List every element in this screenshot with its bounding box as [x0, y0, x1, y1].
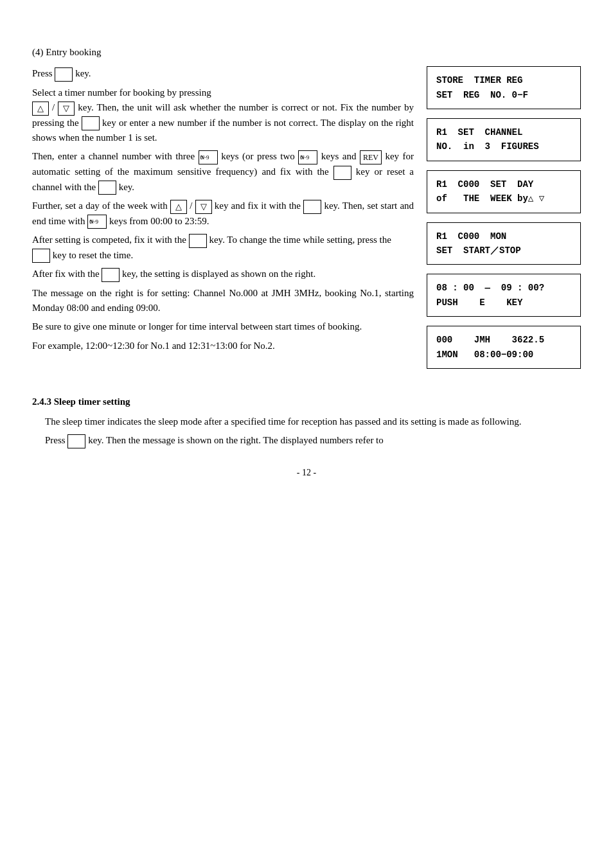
- box4-line2: SET START／STOP: [436, 244, 571, 258]
- para5: After setting is competed, fix it with t…: [32, 233, 414, 263]
- arrow-down-key: ▽: [58, 102, 75, 116]
- para6-end: key, the setting is displayed as shown o…: [122, 269, 315, 279]
- box6-line2: 1MON 08:00−09:00: [436, 348, 571, 362]
- display-box-2: R1 SET CHANNEL NO. in 3 FIGURES: [427, 118, 581, 161]
- display-box-5: 08 : 00 — 09 : 00? PUSH E KEY: [427, 274, 581, 317]
- left-col: Press key. Select a timer number for boo…: [32, 66, 414, 357]
- blank-key-sleep: [67, 434, 85, 448]
- para8: Be sure to give one minute or longer for…: [32, 319, 414, 334]
- right-col: STORE TIMER REG SET REG NO. 0−F R1 SET C…: [427, 66, 581, 369]
- para4: Further, set a day of the week with △ / …: [32, 199, 414, 229]
- sleep-timer-heading: 2.4.3 Sleep timer setting: [32, 394, 581, 409]
- entry-booking-section: (4) Entry booking Press key. Select a ti…: [32, 45, 581, 369]
- para4-mid: key and fix it with the: [215, 200, 301, 211]
- sleep-para1: The sleep timer indicates the sleep mode…: [45, 414, 581, 429]
- box6-line1: 000 JMH 3622.5: [436, 333, 571, 347]
- n-key-1: N 0~9: [199, 150, 218, 164]
- display-box-6: 000 JMH 3622.5 1MON 08:00−09:00: [427, 326, 581, 369]
- para1-suffix: key.: [75, 68, 91, 78]
- para7: The message on the right is for setting:…: [32, 286, 414, 316]
- para1-prefix: Press: [32, 68, 53, 78]
- n-key-2: N 0~9: [298, 150, 317, 164]
- box5-line2: PUSH E KEY: [436, 296, 571, 310]
- sleep-timer-section: 2.4.3 Sleep timer setting The sleep time…: [32, 394, 581, 448]
- blank-key-6: [189, 234, 207, 248]
- down-arrow-box2: ▽: [195, 200, 212, 214]
- para2: Select a timer number for booking by pre…: [32, 85, 414, 146]
- sleep-para2-suffix: key. Then the message is shown on the ri…: [88, 435, 384, 445]
- display-box-1: STORE TIMER REG SET REG NO. 0−F: [427, 66, 581, 109]
- up-arrow-box2: △: [170, 200, 187, 214]
- section-heading: (4) Entry booking: [32, 45, 581, 60]
- para5-end: key. To change the time while setting, p…: [209, 235, 391, 245]
- blank-key-2: [82, 116, 100, 130]
- box4-line1: R1 C000 MON: [436, 229, 571, 244]
- blank-key-3: [333, 166, 351, 180]
- main-layout: Press key. Select a timer number for boo…: [32, 66, 581, 369]
- arrow-up-key: △: [32, 102, 49, 116]
- box3-line2: of THE WEEK by△ ▽: [436, 191, 571, 206]
- para6-prefix: After fix with the: [32, 269, 100, 279]
- para2-text: Select a timer number for booking by pre…: [32, 87, 211, 98]
- para3-mid: keys (or press two: [221, 151, 295, 161]
- para3-end-pre: keys and: [321, 151, 357, 161]
- sleep-timer-body: The sleep timer indicates the sleep mode…: [45, 414, 581, 448]
- sleep-para2: Press key. Then the message is shown on …: [45, 433, 581, 448]
- rev-key: REV: [360, 150, 382, 164]
- blank-key-5: [303, 200, 321, 214]
- page-content: (4) Entry booking Press key. Select a ti…: [32, 45, 581, 478]
- para3-prefix: Then, enter a channel number with three: [32, 151, 195, 161]
- box1-line2: SET REG NO. 0−F: [436, 88, 571, 102]
- blank-key-7: [32, 249, 50, 263]
- up-arrow-box: △: [32, 102, 49, 116]
- para3-end3: key.: [119, 182, 134, 192]
- box2-line1: R1 SET CHANNEL: [436, 125, 571, 139]
- down-arrow-box: ▽: [58, 102, 75, 116]
- display-box-4: R1 C000 MON SET START／STOP: [427, 222, 581, 265]
- blank-key-8: [102, 268, 120, 282]
- para9: For example, 12:00~12:30 for No.1 and 12…: [32, 339, 414, 353]
- para5-prefix: After setting is competed, fix it with t…: [32, 235, 186, 245]
- arrow-pair: △: [170, 200, 187, 214]
- sleep-para2-prefix: Press: [45, 435, 66, 445]
- box1-line1: STORE TIMER REG: [436, 73, 571, 87]
- blank-key-4: [98, 181, 116, 195]
- para1: Press key.: [32, 66, 414, 82]
- box2-line2: NO. in 3 FIGURES: [436, 139, 571, 154]
- para5-end2: key to reset the time.: [53, 250, 133, 260]
- arrow-down2: ▽: [195, 200, 212, 214]
- para4-prefix: Further, set a day of the week with: [32, 200, 168, 211]
- box3-line1: R1 C000 SET DAY: [436, 177, 571, 191]
- display-box-3: R1 C000 SET DAY of THE WEEK by△ ▽: [427, 170, 581, 213]
- blank-key-1: [55, 67, 73, 82]
- para4-end: keys from 00:00 to 23:59.: [109, 216, 209, 226]
- box5-line1: 08 : 00 — 09 : 00?: [436, 281, 571, 295]
- para6: After fix with the key, the setting is d…: [32, 267, 414, 282]
- para3: Then, enter a channel number with three …: [32, 149, 414, 195]
- n-key-3: N 0~9: [87, 215, 107, 229]
- page-number: - 12 -: [32, 468, 581, 478]
